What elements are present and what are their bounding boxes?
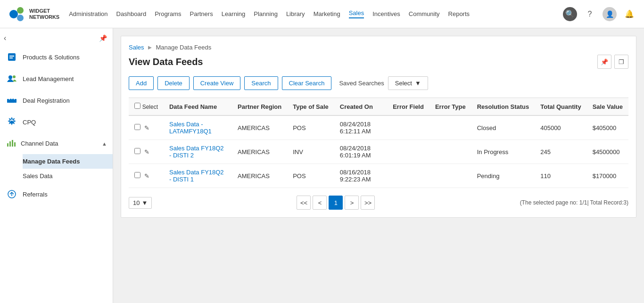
nav-link-dashboard[interactable]: Dashboard (116, 10, 147, 17)
table-row: ✎ Sales Data FY18Q2 - DISTI 1 AMERICAS P… (129, 164, 628, 188)
row-error-type (429, 115, 471, 140)
search-button[interactable]: Search (244, 76, 278, 90)
nav-link-marketing[interactable]: Marketing (314, 10, 340, 17)
sidebar-item-referrals[interactable]: Referrals (0, 183, 113, 205)
pagination-bar: 10 ▼ << < 1 > >> (The selected page no: … (129, 196, 628, 210)
nav-link-programs[interactable]: Programs (155, 10, 181, 17)
expand-view-button[interactable]: ❐ (614, 55, 628, 69)
svg-rect-9 (15, 99, 17, 103)
sidebar-sub-item-manage-data-feeds[interactable]: Manage Data Feeds (23, 154, 113, 169)
row-checkbox[interactable] (134, 124, 140, 130)
row-resolution-status: Closed (471, 115, 535, 140)
svg-point-1 (17, 7, 24, 14)
sidebar-pin-button[interactable]: 📌 (99, 34, 107, 42)
row-name-link[interactable]: Sales Data FY18Q2 - DISTI 1 (169, 169, 224, 183)
sidebar-item-referrals-label: Referrals (23, 191, 48, 198)
row-name: Sales Data - LATAMFY18Q1 (164, 115, 232, 140)
next-page-button[interactable]: > (345, 196, 359, 210)
page-1-button[interactable]: 1 (329, 196, 343, 210)
table-body: ✎ Sales Data - LATAMFY18Q1 AMERICAS POS … (129, 115, 628, 188)
create-view-button[interactable]: Create View (193, 76, 241, 90)
breadcrumb-current: Manage Data Feeds (156, 44, 211, 51)
avatar[interactable]: 👤 (603, 7, 617, 21)
svg-rect-5 (9, 57, 13, 58)
row-edit-icon[interactable]: ✎ (144, 148, 149, 156)
nav-link-incentives[interactable]: Incentives (372, 10, 400, 17)
svg-point-2 (17, 15, 24, 21)
row-error-field (387, 140, 429, 164)
sidebar-item-products-solutions[interactable]: Products & Solutions (0, 46, 113, 68)
channel-data-subitems: Manage Data Feeds Sales Data (0, 154, 113, 183)
app-body: ‹ 📌 Products & Solutions Lead Management… (0, 28, 644, 303)
nav-link-planning[interactable]: Planning (254, 10, 278, 17)
sidebar-item-deal-registration[interactable]: Deal Registration (0, 90, 113, 111)
row-checkbox-cell: ✎ (129, 140, 164, 164)
chevron-down-icon: ▼ (415, 80, 421, 87)
nav-link-administration[interactable]: Administration (69, 10, 107, 17)
add-button[interactable]: Add (129, 76, 154, 90)
nav-link-learning[interactable]: Learning (222, 10, 246, 17)
sidebar-item-lead-management-label: Lead Management (23, 75, 74, 82)
nav-link-partners[interactable]: Partners (190, 10, 213, 17)
row-error-field (387, 115, 429, 140)
help-icon[interactable]: ? (583, 7, 597, 21)
sidebar-sub-item-sales-data[interactable]: Sales Data (23, 169, 113, 183)
breadcrumb: Sales ► Manage Data Feeds (129, 44, 628, 51)
row-error-field (387, 164, 429, 188)
row-created-on: 08/24/2018 6:12:11 AM (334, 115, 387, 140)
row-error-type (429, 140, 471, 164)
breadcrumb-separator: ► (147, 44, 153, 51)
sidebar-item-lead-management[interactable]: Lead Management (0, 68, 113, 90)
row-name: Sales Data FY18Q2 - DISTI 1 (164, 164, 232, 188)
sidebar-collapse-button[interactable]: ‹ (4, 34, 6, 42)
col-name: Data Feed Name (164, 98, 232, 116)
svg-point-7 (13, 75, 16, 78)
col-error-type: Error Type (429, 98, 471, 116)
sidebar-item-channel-data[interactable]: Channel Data ▲ (0, 133, 113, 154)
clear-search-button[interactable]: Clear Search (282, 76, 332, 90)
breadcrumb-sales-link[interactable]: Sales (129, 44, 144, 51)
svg-point-6 (8, 75, 12, 79)
nav-link-community[interactable]: Community (409, 10, 440, 17)
saved-searches-label: Saved Searches (339, 80, 384, 87)
row-sale-value: $4500000 (587, 140, 628, 164)
first-page-button[interactable]: << (297, 196, 311, 210)
sidebar-toggle-area: ‹ 📌 (0, 32, 113, 44)
select-all-checkbox[interactable] (134, 103, 140, 109)
gear-icon (6, 116, 18, 128)
row-created-on: 08/24/2018 6:01:19 AM (334, 140, 387, 164)
sidebar-item-deal-registration-label: Deal Registration (23, 97, 70, 104)
row-checkbox[interactable] (134, 148, 140, 154)
select-all-label: Select (142, 104, 158, 110)
last-page-button[interactable]: >> (361, 196, 375, 210)
row-created-on: 08/16/2018 9:22:23 AM (334, 164, 387, 188)
chart-icon (6, 138, 16, 149)
row-name: Sales Data FY18Q2 - DISTI 2 (164, 140, 232, 164)
referrals-icon (6, 188, 18, 200)
box-icon (6, 51, 18, 63)
select-dropdown-button[interactable]: Select ▼ (388, 76, 428, 90)
sidebar-item-cpq[interactable]: CPQ (0, 111, 113, 133)
row-edit-icon[interactable]: ✎ (144, 172, 149, 180)
row-name-link[interactable]: Sales Data - LATAMFY18Q1 (169, 121, 212, 135)
nav-link-reports[interactable]: Reports (448, 10, 470, 17)
page-size-select[interactable]: 10 ▼ (129, 197, 152, 209)
row-name-link[interactable]: Sales Data FY18Q2 - DISTI 2 (169, 145, 224, 159)
logo[interactable]: WIDGET NETWORKS (8, 4, 59, 24)
svg-rect-12 (9, 141, 11, 147)
pin-view-button[interactable]: 📌 (597, 55, 611, 69)
row-sale-value: $170000 (587, 164, 628, 188)
table-header-checkbox-col: Select (129, 98, 164, 116)
table-header: Select Data Feed Name Partner Region Typ… (129, 98, 628, 116)
pagination-controls: << < 1 > >> (297, 196, 375, 210)
row-resolution-status: In Progress (471, 140, 535, 164)
row-edit-icon[interactable]: ✎ (144, 124, 149, 131)
row-checkbox[interactable] (134, 172, 140, 178)
nav-link-sales[interactable]: Sales (349, 9, 364, 18)
notification-icon[interactable]: 🔔 (622, 7, 636, 21)
delete-button[interactable]: Delete (157, 76, 190, 90)
prev-page-button[interactable]: < (313, 196, 327, 210)
search-nav-icon[interactable]: 🔍 (563, 7, 577, 21)
nav-link-library[interactable]: Library (286, 10, 305, 17)
svg-rect-3 (8, 53, 16, 61)
